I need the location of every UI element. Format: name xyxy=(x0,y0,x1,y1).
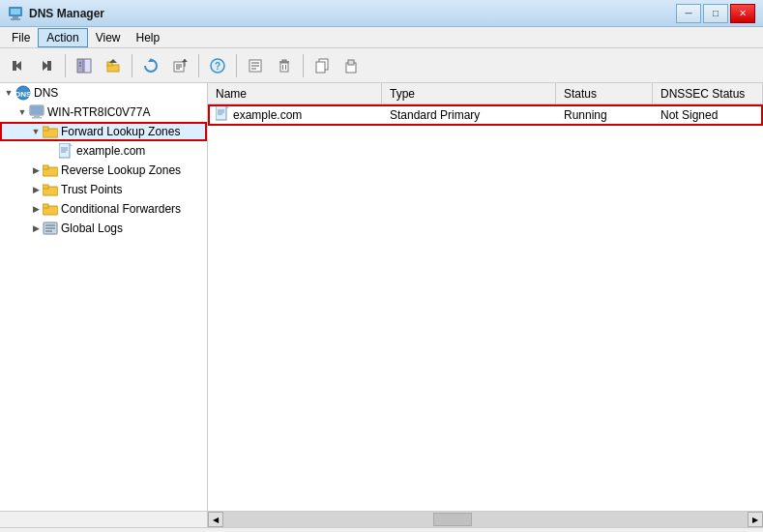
svg-rect-28 xyxy=(280,63,288,72)
toolbar-up-button[interactable] xyxy=(100,52,127,79)
svg-rect-41 xyxy=(34,115,40,117)
svg-rect-44 xyxy=(43,127,48,131)
svg-rect-7 xyxy=(47,61,51,71)
column-headers: Name Type Status DNSSEC Status xyxy=(208,83,763,104)
menu-help[interactable]: Help xyxy=(129,29,168,46)
toolbar-refresh-button[interactable] xyxy=(137,52,164,79)
svg-rect-30 xyxy=(282,60,286,62)
expand-reverse-lookup[interactable]: ▶ xyxy=(29,163,43,177)
toolbar-forward-button[interactable] xyxy=(33,52,60,79)
menu-file[interactable]: File xyxy=(4,29,38,46)
svg-text:?: ? xyxy=(215,61,220,72)
record-status-cell: Running xyxy=(556,106,653,124)
toolbar: ? xyxy=(0,48,763,83)
toolbar-copy-button[interactable] xyxy=(308,52,336,79)
expand-dns[interactable]: ▼ xyxy=(2,86,15,100)
menu-view[interactable]: View xyxy=(88,29,129,46)
toolbar-paste-button[interactable] xyxy=(337,52,365,79)
tree-server-label: WIN-RTR8IC0V77A xyxy=(47,105,150,119)
toolbar-sep-4 xyxy=(236,54,237,77)
scroll-right-button[interactable]: ▶ xyxy=(748,512,763,527)
record-name: example.com xyxy=(233,108,302,122)
toolbar-sep-1 xyxy=(65,54,66,77)
record-dnssec-cell: Not Signed xyxy=(653,106,763,124)
toolbar-show-console-button[interactable] xyxy=(71,52,98,79)
maximize-button[interactable]: □ xyxy=(703,4,728,23)
svg-rect-53 xyxy=(43,185,48,189)
expand-server[interactable]: ▼ xyxy=(15,105,29,119)
tree-conditional-forwarders-node[interactable]: ▶ Conditional Forwarders xyxy=(0,199,207,219)
close-button[interactable]: ✕ xyxy=(730,4,755,23)
svg-rect-36 xyxy=(348,60,354,65)
menu-action[interactable]: Action xyxy=(38,28,87,47)
scroll-left-button[interactable]: ◀ xyxy=(208,512,223,527)
svg-text:DNS: DNS xyxy=(15,90,31,99)
svg-rect-5 xyxy=(13,61,16,71)
tree-reverse-lookup-node[interactable]: ▶ Reverse Lookup Zones xyxy=(0,161,207,180)
dns-root-icon: DNS xyxy=(15,85,31,101)
app-icon xyxy=(8,6,23,21)
computer-icon xyxy=(29,104,44,120)
main-content: ▼ DNS DNS ▼ WIN-RTR8IC0V77A xyxy=(0,83,763,511)
toolbar-export-button[interactable] xyxy=(166,52,193,79)
svg-rect-55 xyxy=(43,204,48,208)
expand-conditional-forwarders[interactable]: ▶ xyxy=(29,202,43,216)
toolbar-sep-5 xyxy=(303,54,304,77)
toolbar-sep-2 xyxy=(132,54,132,77)
tree-reverse-lookup-label: Reverse Lookup Zones xyxy=(61,163,181,177)
expand-forward-lookup[interactable]: ▼ xyxy=(29,125,43,138)
detail-scrollbar-h: ◀ ▶ xyxy=(208,512,763,527)
svg-rect-2 xyxy=(13,16,18,18)
svg-rect-40 xyxy=(31,106,43,114)
table-row[interactable]: example.com Standard Primary Running Not… xyxy=(208,104,763,126)
tree-conditional-forwarders-label: Conditional Forwarders xyxy=(61,202,181,216)
tree-global-logs-label: Global Logs xyxy=(61,222,123,235)
conditional-forwarders-folder-icon xyxy=(43,201,58,217)
detail-panel: Name Type Status DNSSEC Status example.c… xyxy=(208,83,763,511)
svg-marker-46 xyxy=(70,143,73,146)
tree-global-logs-node[interactable]: ▶ Global Logs xyxy=(0,219,207,238)
svg-rect-1 xyxy=(11,9,20,15)
tree-server-node[interactable]: ▼ WIN-RTR8IC0V77A xyxy=(0,103,207,122)
col-header-type[interactable]: Type xyxy=(382,83,556,103)
tree-trust-points-node[interactable]: ▶ Trust Points xyxy=(0,180,207,199)
forward-lookup-folder-icon xyxy=(43,124,58,139)
scroll-track[interactable] xyxy=(223,512,748,527)
svg-marker-14 xyxy=(109,59,117,63)
tree-example-com-node[interactable]: ▶ example.com xyxy=(0,141,207,161)
tree-example-com-label: example.com xyxy=(76,144,145,158)
expand-global-logs[interactable]: ▶ xyxy=(29,222,43,235)
trust-points-folder-icon xyxy=(43,182,58,197)
svg-rect-3 xyxy=(11,18,20,20)
zone-file-icon xyxy=(58,143,73,159)
minimize-button[interactable]: ─ xyxy=(676,4,701,23)
tree-trust-points-label: Trust Points xyxy=(61,183,123,196)
svg-rect-9 xyxy=(84,59,91,73)
reverse-lookup-folder-icon xyxy=(43,163,58,178)
record-type-cell: Standard Primary xyxy=(382,106,556,124)
tree-forward-lookup-label: Forward Lookup Zones xyxy=(61,125,180,138)
col-header-name[interactable]: Name xyxy=(208,83,382,103)
toolbar-help-button[interactable]: ? xyxy=(204,52,231,79)
toolbar-sep-3 xyxy=(198,54,199,77)
col-header-dnssec[interactable]: DNSSEC Status xyxy=(653,83,763,103)
window-controls: ─ □ ✕ xyxy=(676,4,755,23)
toolbar-properties-button[interactable] xyxy=(242,52,269,79)
expand-trust-points[interactable]: ▶ xyxy=(29,183,43,196)
menu-bar: File Action View Help xyxy=(0,27,763,48)
svg-rect-34 xyxy=(316,62,325,73)
tree-root-dns[interactable]: ▼ DNS DNS xyxy=(0,83,207,103)
global-logs-icon xyxy=(43,221,58,236)
tree-panel: ▼ DNS DNS ▼ WIN-RTR8IC0V77A xyxy=(0,83,208,511)
svg-marker-61 xyxy=(226,105,229,108)
tree-forward-lookup-node[interactable]: ▼ Forward Lookup Zones xyxy=(0,122,207,141)
toolbar-back-button[interactable] xyxy=(4,52,31,79)
title-bar: DNS Manager ─ □ ✕ xyxy=(0,0,763,27)
svg-rect-42 xyxy=(32,117,42,119)
svg-rect-51 xyxy=(43,165,48,169)
col-header-status[interactable]: Status xyxy=(556,83,653,103)
tree-scroll-area xyxy=(0,512,208,527)
record-zone-icon xyxy=(216,105,229,124)
toolbar-delete-button[interactable] xyxy=(271,52,298,79)
scroll-thumb[interactable] xyxy=(433,513,472,526)
